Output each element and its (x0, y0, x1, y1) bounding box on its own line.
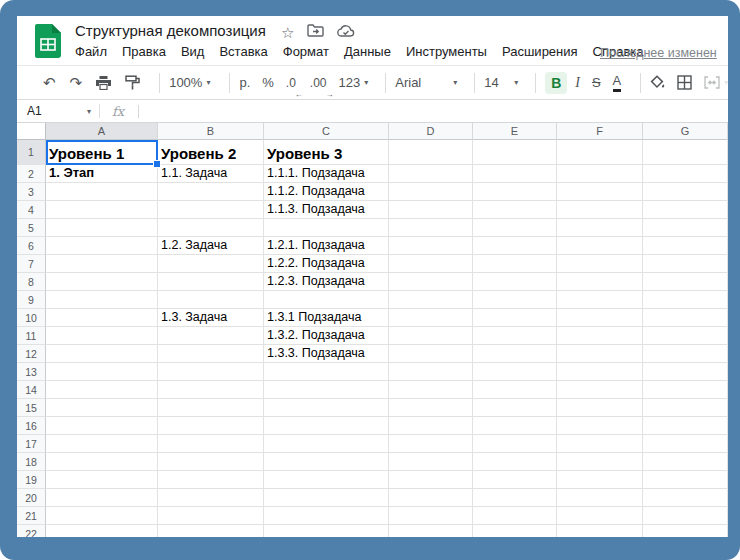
cell-B4[interactable] (158, 201, 264, 219)
cell-F1[interactable] (557, 140, 643, 165)
more-formats-button[interactable]: 123▾ (339, 71, 369, 95)
cell-A21[interactable] (46, 507, 158, 525)
redo-button[interactable]: ↷ (70, 71, 83, 95)
menu-insert[interactable]: Вставка (219, 44, 267, 59)
name-box[interactable]: A1 ▾ (17, 100, 99, 122)
cell-D10[interactable] (389, 309, 473, 327)
cell-B22[interactable] (158, 525, 264, 537)
row-header-10[interactable]: 10 (17, 309, 46, 327)
column-header-A[interactable]: A (46, 123, 158, 140)
cell-D18[interactable] (389, 453, 473, 471)
cell-G17[interactable] (643, 435, 728, 453)
cell-E18[interactable] (473, 453, 557, 471)
chevron-down-icon[interactable]: ▾ (87, 107, 91, 116)
cell-F17[interactable] (557, 435, 643, 453)
italic-button[interactable]: I (575, 71, 580, 95)
cell-A15[interactable] (46, 399, 158, 417)
select-all-corner[interactable] (17, 123, 46, 140)
cell-A3[interactable] (46, 183, 158, 201)
cell-F22[interactable] (557, 525, 643, 537)
strikethrough-button[interactable]: S (592, 71, 601, 95)
cell-C14[interactable] (264, 381, 389, 399)
cell-E20[interactable] (473, 489, 557, 507)
cell-B18[interactable] (158, 453, 264, 471)
cell-E9[interactable] (473, 291, 557, 309)
percent-format-button[interactable]: % (262, 71, 274, 95)
cell-E5[interactable] (473, 219, 557, 237)
cell-E15[interactable] (473, 399, 557, 417)
menu-data[interactable]: Данные (344, 44, 391, 59)
cell-G20[interactable] (643, 489, 728, 507)
cell-F16[interactable] (557, 417, 643, 435)
cell-F4[interactable] (557, 201, 643, 219)
column-header-B[interactable]: B (158, 123, 264, 140)
cell-F8[interactable] (557, 273, 643, 291)
cell-G18[interactable] (643, 453, 728, 471)
star-icon[interactable]: ☆ (281, 25, 294, 41)
cell-D4[interactable] (389, 201, 473, 219)
cell-C7[interactable]: 1.2.2. Подзадача (264, 255, 389, 273)
undo-button[interactable]: ↶ (43, 71, 56, 95)
cell-B9[interactable] (158, 291, 264, 309)
cell-C1[interactable]: Уровень 3 (264, 140, 389, 165)
cell-A8[interactable] (46, 273, 158, 291)
cell-F19[interactable] (557, 471, 643, 489)
cell-E13[interactable] (473, 363, 557, 381)
cell-C16[interactable] (264, 417, 389, 435)
currency-format-button[interactable]: р. (239, 71, 250, 95)
print-button[interactable] (96, 71, 111, 95)
cell-B10[interactable]: 1.3. Задача (158, 309, 264, 327)
column-header-D[interactable]: D (389, 123, 473, 140)
cell-B11[interactable] (158, 327, 264, 345)
cell-A11[interactable] (46, 327, 158, 345)
row-header-6[interactable]: 6 (17, 237, 46, 255)
cell-F5[interactable] (557, 219, 643, 237)
cell-G13[interactable] (643, 363, 728, 381)
cell-A20[interactable] (46, 489, 158, 507)
cell-D17[interactable] (389, 435, 473, 453)
cell-B15[interactable] (158, 399, 264, 417)
cell-D12[interactable] (389, 345, 473, 363)
cell-F18[interactable] (557, 453, 643, 471)
cell-G3[interactable] (643, 183, 728, 201)
cell-F2[interactable] (557, 165, 643, 183)
cell-D9[interactable] (389, 291, 473, 309)
cell-G15[interactable] (643, 399, 728, 417)
cell-A10[interactable] (46, 309, 158, 327)
cell-D1[interactable] (389, 140, 473, 165)
row-header-2[interactable]: 2 (17, 165, 46, 183)
row-header-12[interactable]: 12 (17, 345, 46, 363)
font-family-select[interactable]: Arial▾ (395, 71, 457, 95)
cell-D3[interactable] (389, 183, 473, 201)
cell-D5[interactable] (389, 219, 473, 237)
row-header-15[interactable]: 15 (17, 399, 46, 417)
cell-A9[interactable] (46, 291, 158, 309)
row-header-7[interactable]: 7 (17, 255, 46, 273)
cell-D22[interactable] (389, 525, 473, 537)
cloud-saved-icon[interactable] (337, 24, 355, 42)
fill-handle[interactable] (153, 160, 161, 168)
cell-E10[interactable] (473, 309, 557, 327)
cell-E22[interactable] (473, 525, 557, 537)
cell-C15[interactable] (264, 399, 389, 417)
cell-F20[interactable] (557, 489, 643, 507)
cell-G9[interactable] (643, 291, 728, 309)
cell-D13[interactable] (389, 363, 473, 381)
cell-G2[interactable] (643, 165, 728, 183)
cell-D14[interactable] (389, 381, 473, 399)
cell-C9[interactable] (264, 291, 389, 309)
cell-C8[interactable]: 1.2.3. Подзадача (264, 273, 389, 291)
cell-E12[interactable] (473, 345, 557, 363)
cell-B5[interactable] (158, 219, 264, 237)
column-header-C[interactable]: C (264, 123, 389, 140)
cell-C5[interactable] (264, 219, 389, 237)
cell-E16[interactable] (473, 417, 557, 435)
borders-button[interactable] (677, 71, 692, 95)
cell-B14[interactable] (158, 381, 264, 399)
cell-B16[interactable] (158, 417, 264, 435)
cell-C13[interactable] (264, 363, 389, 381)
cell-F11[interactable] (557, 327, 643, 345)
cell-C22[interactable] (264, 525, 389, 537)
cell-C20[interactable] (264, 489, 389, 507)
row-header-21[interactable]: 21 (17, 507, 46, 525)
